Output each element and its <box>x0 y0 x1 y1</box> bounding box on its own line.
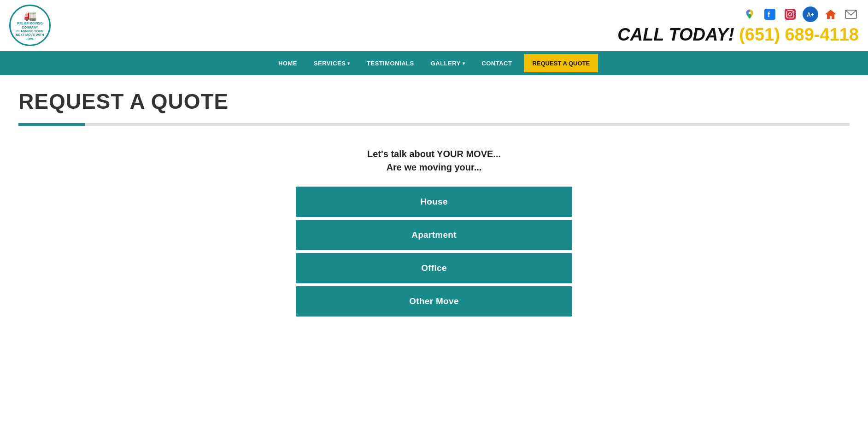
header-right: f <box>617 6 859 45</box>
logo-line1: RELIEF MOVING COMPANY <box>17 22 42 29</box>
call-today-bar: CALL TODAY! (651) 689-4118 <box>617 25 859 45</box>
house-button[interactable]: House <box>296 187 572 217</box>
social-icons-bar: f <box>742 6 859 22</box>
apartment-button[interactable]: Apartment <box>296 220 572 250</box>
instagram-icon[interactable] <box>782 6 798 22</box>
houzz-icon[interactable] <box>823 6 839 22</box>
header-left: 🚛 RELIEF MOVING COMPANY PLANNING YOUR NE… <box>9 5 51 46</box>
chevron-down-icon: ▾ <box>463 61 465 66</box>
request-quote-nav-button[interactable]: REQUEST A QUOTE <box>524 54 598 72</box>
move-options: House Apartment Office Other Move <box>296 187 572 317</box>
logo[interactable]: 🚛 RELIEF MOVING COMPANY PLANNING YOUR NE… <box>9 5 51 46</box>
call-number[interactable]: (651) 689-4118 <box>739 25 859 44</box>
site-header: 🚛 RELIEF MOVING COMPANY PLANNING YOUR NE… <box>0 0 868 51</box>
main-content: REQUEST A QUOTE Let's talk about YOUR MO… <box>0 75 868 349</box>
logo-line2: PLANNING YOUR NEXT MOVE WITH LOVE <box>16 29 44 41</box>
chevron-down-icon: ▾ <box>347 61 350 66</box>
google-maps-icon[interactable] <box>742 6 757 22</box>
facebook-icon[interactable]: f <box>762 6 778 22</box>
quote-section: Let's talk about YOUR MOVE... Are we mov… <box>18 144 850 335</box>
nav-gallery[interactable]: GALLERY ▾ <box>422 51 474 75</box>
svg-marker-9 <box>825 10 836 19</box>
email-icon[interactable] <box>843 6 859 22</box>
quote-subtitle: Let's talk about YOUR MOVE... <box>367 149 501 159</box>
svg-text:f: f <box>768 11 770 18</box>
nav-services[interactable]: SERVICES ▾ <box>305 51 358 75</box>
svg-text:A+: A+ <box>807 12 814 18</box>
other-move-button[interactable]: Other Move <box>296 286 572 317</box>
logo-text: 🚛 RELIEF MOVING COMPANY PLANNING YOUR NE… <box>11 7 49 43</box>
main-nav: HOME SERVICES ▾ TESTIMONIALS GALLERY ▾ C… <box>0 51 868 75</box>
office-button[interactable]: Office <box>296 253 572 283</box>
nav-testimonials[interactable]: TESTIMONIALS <box>358 51 422 75</box>
quote-subtext: Are we moving your... <box>387 162 482 173</box>
svg-point-6 <box>792 12 793 12</box>
page-title: REQUEST A QUOTE <box>18 89 850 114</box>
progress-bar-fill <box>18 123 85 126</box>
call-label: CALL TODAY! <box>617 25 734 44</box>
truck-icon: 🚛 <box>13 10 47 22</box>
progress-bar-container <box>18 123 850 126</box>
svg-point-0 <box>749 12 751 14</box>
nav-home[interactable]: HOME <box>270 51 305 75</box>
nav-contact[interactable]: CONTACT <box>473 51 520 75</box>
bbb-icon[interactable]: A+ <box>803 6 818 22</box>
